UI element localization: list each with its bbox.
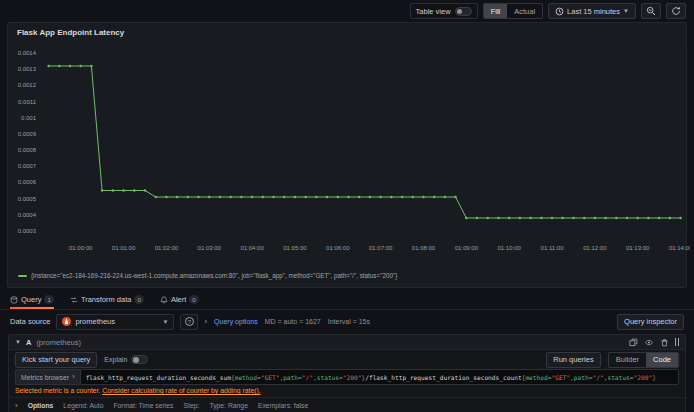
svg-text:01:07:00: 01:07:00 [369,245,393,251]
svg-text:0.0003: 0.0003 [18,228,37,234]
rate-hint-link[interactable]: Consider calculating rate of counter by … [102,387,260,394]
explain-toggle-group: Explain [104,355,148,364]
table-view-label: Table view [416,7,451,16]
query-card-a: ▼ A (prometheus) Kick start your query E… [8,334,686,412]
counter-warning-row: Selected metric is a counter. Consider c… [9,385,685,395]
svg-text:0.0013: 0.0013 [18,66,37,72]
chevron-down-icon: ▼ [162,319,168,325]
time-range-label: Last 15 minutes [567,7,620,16]
svg-text:01:14:00: 01:14:00 [669,245,690,251]
chevron-right-icon: › [72,373,75,381]
tab-query[interactable]: Query 1 [10,290,54,309]
svg-text:0.0006: 0.0006 [18,179,37,185]
database-icon [10,296,18,304]
table-view-switch[interactable] [455,7,472,16]
zoom-out-button[interactable] [641,3,661,19]
svg-text:0.0012: 0.0012 [18,82,37,88]
query-toolbar-row: Kick start your query Explain Run querie… [9,350,685,369]
bell-icon [160,296,168,304]
query-options-collapsed-row[interactable]: › Options Legend: Auto Format: Time seri… [9,397,685,412]
remove-query-trash-icon[interactable] [660,338,669,347]
promql-code-editor[interactable]: flask_http_request_duration_seconds_sum{… [80,369,679,385]
metrics-browser-label: Metrics browser [21,374,69,381]
code-mode-button[interactable]: Code [646,353,678,367]
metrics-browser-button[interactable]: Metrics browser › [15,369,80,385]
query-options-summary[interactable]: › Query options MD = auto = 1627 Interva… [204,318,370,326]
panel-editor-toolbar: Table view Fill Actual Last 15 minutes ▼ [0,0,694,22]
prometheus-logo-icon [62,317,71,326]
tab-alert-count: 0 [189,295,198,304]
svg-text:0.0014: 0.0014 [18,50,37,56]
svg-text:01:08:00: 01:08:00 [412,245,436,251]
svg-text:0.0009: 0.0009 [18,131,37,137]
tab-query-label: Query [21,295,41,304]
builder-mode-button[interactable]: Builder [609,353,646,367]
svg-text:01:04:00: 01:04:00 [240,245,264,251]
editor-tabs: Query 1 Transform data 0 Alert 0 [0,290,694,310]
hide-response-eye-icon[interactable] [644,338,654,347]
options-format: Format: Time series [113,402,173,409]
query-expression-row: Metrics browser › flask_http_request_dur… [15,369,679,385]
clock-icon [555,7,564,16]
datasource-help-button[interactable]: ? [180,314,198,330]
svg-text:01:10:00: 01:10:00 [498,245,522,251]
panel-title: Flask App Endpoint Latency [8,23,686,37]
tab-transform-count: 0 [134,295,143,304]
svg-text:01:13:00: 01:13:00 [626,245,650,251]
query-inspector-button[interactable]: Query inspector [617,314,684,330]
svg-text:01:12:00: 01:12:00 [583,245,607,251]
kick-start-query-button[interactable]: Kick start your query [15,352,97,368]
max-data-points-value: MD = auto = 1627 [265,318,321,325]
datasource-name: prometheus [75,317,158,326]
tab-transform-data[interactable]: Transform data 0 [70,290,144,309]
svg-text:0.0005: 0.0005 [18,196,37,202]
options-type: Type: Range [209,402,248,409]
svg-text:0.001: 0.001 [21,115,37,121]
options-legend: Legend: Auto [63,402,103,409]
query-ref-id: A [26,338,31,347]
refresh-icon [671,6,681,16]
explain-label: Explain [104,356,127,363]
latency-chart-svg[interactable]: 01:00:0001:01:0001:02:0001:03:0001:04:00… [12,39,690,267]
svg-text:01:05:00: 01:05:00 [283,245,307,251]
fill-button[interactable]: Fill [484,4,508,18]
query-card-header[interactable]: ▼ A (prometheus) [9,335,685,350]
query-options-label: Query options [214,318,258,325]
datasource-picker[interactable]: prometheus ▼ [56,314,174,330]
time-range-picker[interactable]: Last 15 minutes ▼ [548,3,636,19]
svg-text:01:02:00: 01:02:00 [155,245,179,251]
chevron-down-icon: ▼ [623,8,629,14]
tab-alert[interactable]: Alert 0 [160,290,199,309]
tab-transform-label: Transform data [81,295,132,304]
svg-text:01:06:00: 01:06:00 [326,245,350,251]
builder-code-group: Builder Code [608,352,679,368]
collapse-chevron-icon[interactable]: ▼ [15,339,21,345]
tab-query-count: 1 [44,295,53,304]
interval-value: Interval = 15s [328,318,370,325]
svg-text:01:03:00: 01:03:00 [198,245,222,251]
explain-switch[interactable] [131,355,148,364]
options-step: Step: [184,402,200,409]
legend-series-label[interactable]: {instance="ec2-184-169-216-224.us-west-1… [31,272,397,279]
svg-text:01:01:00: 01:01:00 [112,245,136,251]
chevron-right-icon: › [15,402,18,410]
actual-button[interactable]: Actual [507,4,542,18]
svg-text:01:00:00: 01:00:00 [69,245,93,251]
help-circle-icon: ? [185,317,194,326]
duplicate-query-icon[interactable] [629,338,638,347]
run-queries-button[interactable]: Run queries [546,352,600,368]
time-series-chart[interactable]: 01:00:0001:01:0001:02:0001:03:0001:04:00… [8,37,686,271]
refresh-button[interactable] [666,3,686,19]
svg-text:0.0008: 0.0008 [18,147,37,153]
query-datasource-hint: (prometheus) [36,338,81,347]
chart-legend: {instance="ec2-184-169-216-224.us-west-1… [8,271,686,279]
zoom-out-icon [646,6,656,16]
drag-handle-icon[interactable] [675,338,680,346]
options-title: Options [28,402,54,409]
warning-text: Selected metric is a counter. [15,387,100,394]
svg-text:0.0007: 0.0007 [18,163,37,169]
table-view-toggle[interactable]: Table view [410,3,478,19]
fill-actual-group: Fill Actual [483,3,543,19]
series-color-dash [18,275,27,277]
transform-icon [70,296,78,304]
